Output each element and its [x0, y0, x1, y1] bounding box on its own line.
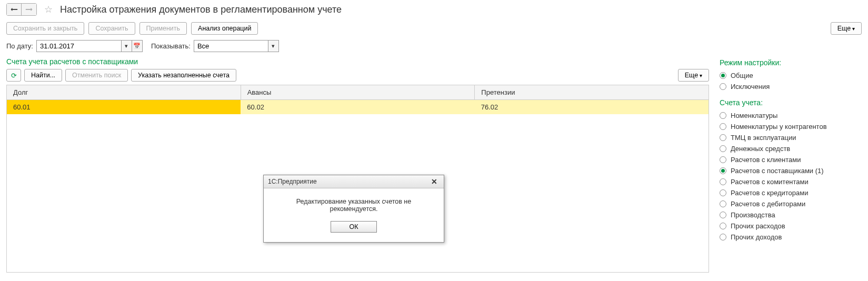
accounts-option-1[interactable]: Номенклатуры у контрагентов	[720, 121, 862, 132]
save-close-button[interactable]: Сохранить и закрыть	[6, 22, 84, 35]
date-label: По дату:	[6, 42, 33, 50]
radio-icon	[720, 200, 726, 207]
warning-dialog: 1С:Предприятие ✕ Редактирование указанны…	[263, 175, 444, 243]
show-label: Показывать:	[151, 42, 191, 50]
radio-icon	[720, 189, 726, 196]
more-button[interactable]: Еще	[831, 22, 862, 35]
accounts-option-8[interactable]: Расчетов с дебиторами	[720, 198, 862, 209]
dialog-message: Редактирование указанных счетов не реком…	[273, 198, 434, 213]
show-select[interactable]	[194, 41, 268, 52]
accounts-radio-group: НоменклатурыНоменклатуры у контрагентовТ…	[720, 110, 862, 243]
nav-back-button[interactable]: 🠔	[7, 4, 22, 15]
accounts-option-4[interactable]: Расчетов с клиентами	[720, 154, 862, 165]
page-title: Настройка отражения документов в регламе…	[60, 4, 342, 15]
dialog-ok-button[interactable]: ОК	[331, 221, 376, 233]
radio-icon	[720, 112, 726, 119]
radio-icon	[720, 234, 726, 240]
analyze-operations-button[interactable]: Анализ операций	[191, 22, 258, 35]
col-header-advances[interactable]: Авансы	[241, 85, 475, 99]
col-header-debt[interactable]: Долг	[7, 85, 241, 99]
radio-label: ТМЦ в эксплуатации	[731, 134, 796, 142]
accounts-option-9[interactable]: Производства	[720, 209, 862, 220]
section-more-button[interactable]: Еще	[678, 69, 709, 82]
find-button[interactable]: Найти...	[24, 69, 62, 82]
radio-label: Производства	[731, 211, 775, 219]
refresh-icon: ⟳	[11, 72, 17, 79]
mode-title: Режим настройки:	[720, 58, 862, 67]
radio-label: Расчетов с дебиторами	[731, 200, 805, 208]
radio-label: Расчетов с комитентами	[731, 178, 809, 186]
radio-icon	[720, 178, 726, 185]
accounts-option-3[interactable]: Денежных средств	[720, 143, 862, 154]
table-row[interactable]: 60.01 60.02 76.02	[7, 100, 709, 114]
mode-radio-group: ОбщиеИсключения	[720, 70, 862, 92]
refresh-button[interactable]: ⟳	[6, 69, 21, 82]
date-input[interactable]	[37, 41, 121, 52]
cell-debt[interactable]: 60.01	[7, 100, 241, 114]
radio-icon	[720, 83, 726, 90]
cell-advances[interactable]: 60.02	[241, 100, 474, 114]
mode-option-0[interactable]: Общие	[720, 70, 862, 81]
radio-icon	[720, 134, 726, 141]
accounts-title: Счета учета:	[720, 98, 862, 107]
radio-icon	[720, 223, 726, 229]
radio-label: Расчетов с поставщиками (1)	[731, 167, 824, 175]
mode-option-1[interactable]: Исключения	[720, 81, 862, 92]
radio-label: Номенклатуры у контрагентов	[731, 123, 827, 131]
specify-empty-button[interactable]: Указать незаполненные счета	[131, 69, 236, 82]
radio-icon	[720, 123, 726, 130]
accounts-option-11[interactable]: Прочих доходов	[720, 232, 862, 243]
nav-forward-button[interactable]: 🠖	[22, 4, 36, 15]
date-calendar-button[interactable]: 📅	[132, 41, 142, 52]
radio-label: Номенклатуры	[731, 112, 777, 119]
radio-label: Расчетов с кредиторами	[731, 189, 808, 197]
show-dropdown-button[interactable]: ▾	[268, 41, 278, 52]
radio-label: Исключения	[731, 83, 770, 91]
radio-label: Расчетов с клиентами	[731, 156, 801, 164]
accounts-option-2[interactable]: ТМЦ в эксплуатации	[720, 132, 862, 143]
radio-label: Прочих расходов	[731, 222, 785, 230]
favorite-star-icon[interactable]: ☆	[44, 4, 53, 15]
radio-label: Денежных средств	[731, 145, 790, 153]
col-header-claims[interactable]: Претензии	[475, 85, 709, 99]
accounts-option-0[interactable]: Номенклатуры	[720, 110, 862, 121]
accounts-option-10[interactable]: Прочих расходов	[720, 220, 862, 232]
section-title: Счета учета расчетов с поставщиками	[6, 57, 709, 66]
radio-icon	[720, 167, 726, 174]
accounts-option-7[interactable]: Расчетов с кредиторами	[720, 187, 862, 198]
radio-label: Общие	[731, 72, 753, 79]
radio-label: Прочих доходов	[731, 233, 782, 241]
apply-button[interactable]: Применить	[139, 22, 187, 35]
cancel-search-button[interactable]: Отменить поиск	[65, 69, 128, 82]
radio-icon	[720, 156, 726, 163]
dialog-close-button[interactable]: ✕	[429, 177, 440, 186]
cell-claims[interactable]: 76.02	[475, 100, 709, 114]
radio-icon	[720, 212, 726, 218]
radio-icon	[720, 72, 726, 79]
dialog-title: 1С:Предприятие	[268, 178, 317, 185]
radio-icon	[720, 145, 726, 152]
save-button[interactable]: Сохранить	[88, 22, 135, 35]
accounts-option-5[interactable]: Расчетов с поставщиками (1)	[720, 165, 862, 176]
accounts-option-6[interactable]: Расчетов с комитентами	[720, 176, 862, 187]
date-dropdown-button[interactable]: ▾	[121, 41, 132, 52]
